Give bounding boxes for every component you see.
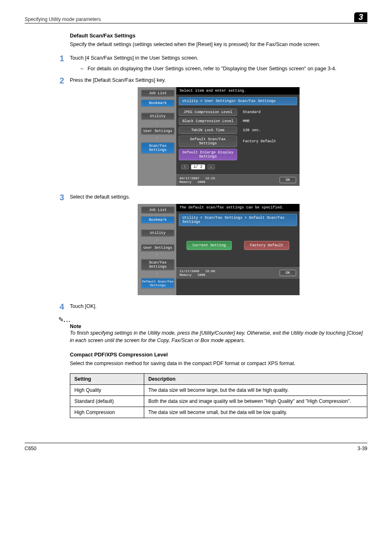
twain-lock-button[interactable]: TWAIN Lock Time [179,127,237,134]
tab-user-settings[interactable]: User Settings [141,244,175,252]
table-cell: Both the data size and image quality wil… [144,395,367,407]
tab-scan-fax[interactable]: Scan/Fax Settings [141,259,175,271]
table-cell: High Compression [70,407,144,418]
tab-utility[interactable]: Utility [141,229,175,237]
chapter-badge: 3 [354,12,367,22]
chevron-down-icon: ↓ [138,121,176,125]
default-enlarge-button[interactable]: Default Enlarge Display Settings [179,149,237,160]
note-block: ✎ Note To finish specifying settings in … [58,316,367,344]
table-cell: Standard (default) [70,395,144,407]
status-timestamp: 11/17/2006 16:00 Memory 100% [180,269,215,277]
tab-bookmark[interactable]: Bookmark [141,99,175,107]
ok-button[interactable]: OK [279,270,296,276]
note-text: To finish specifying settings in the Uti… [70,329,367,344]
settings-panel-2: Job List Bookmark Utility ↓ User Setting… [138,204,300,295]
status-timestamp: 04/17/2007 18:25 Memory 100% [180,176,215,184]
panel-instruction: Select item and enter setting. [176,87,300,95]
chevron-down-icon: ↓ [138,252,176,257]
step-number: 1 [53,54,64,62]
black-compression-button[interactable]: Black Compression Level [179,118,237,125]
step-number: 2 [53,76,64,85]
section-title: Compact PDF/XPS Compression Level [70,352,367,358]
table-cell: High Quality [70,384,144,395]
section-intro: Select the compression method for saving… [70,360,367,368]
breadcrumb: Utility > User Settings> Scan/Fax Settin… [179,97,297,105]
note-icon: ✎ [58,316,71,323]
tab-job-list[interactable]: Job List [141,206,175,214]
page-indicator: 1/ 2 [191,164,205,169]
chevron-down-icon: ↓ [138,136,176,140]
settings-panel-1: Job List Bookmark Utility ↓ User Setting… [138,87,300,186]
footer-model: C650 [25,446,37,451]
black-compression-value: MMR [240,118,253,125]
breadcrumb: Utility > Scan/Fax Settings > Default Sc… [179,214,297,226]
tab-utility[interactable]: Utility [141,113,175,120]
section-title: Default Scan/Fax Settings [70,32,367,39]
step-text: Touch [4 Scan/Fax Settings] in the User … [70,54,198,62]
tab-user-settings[interactable]: User Settings [141,127,175,135]
footer-page: 3-39 [357,446,367,451]
tab-default-scanfax[interactable]: Default Scan/Fax Settings [141,278,175,289]
panel-instruction: The default scan/fax settings can be spe… [176,204,300,211]
step-text: Touch [OK]. [70,303,97,310]
table-header-description: Description [144,373,367,384]
header-title: Specifying Utility mode parameters [25,16,101,22]
page-footer: C650 3-39 [25,443,367,451]
step-number: 4 [53,303,64,311]
compression-table: Setting Description High Quality The dat… [70,373,367,418]
tab-scan-fax[interactable]: Scan/Fax Settings [141,142,175,154]
tab-job-list[interactable]: Job List [141,90,175,97]
jpeg-compression-button[interactable]: JPEG Compression Level [179,109,237,116]
chevron-down-icon: ↓ [138,271,176,275]
table-cell: The data size will become large, but the… [144,384,367,395]
jpeg-compression-value: Standard [240,109,264,116]
twain-lock-value: 120sec. [240,127,264,134]
factory-default-button[interactable]: Factory Default [244,241,289,250]
current-setting-button[interactable]: Current Setting [187,241,232,250]
step-number: 3 [53,193,64,201]
step-text: Select the default settings. [70,193,130,201]
default-scanfax-value: Factory Default [240,136,279,147]
tab-bookmark[interactable]: Bookmark [141,216,175,224]
ok-button[interactable]: OK [279,177,296,183]
step-subtext: For details on displaying the User Setti… [88,65,337,72]
table-header-setting: Setting [70,373,144,384]
page-down-button[interactable]: ↓ [208,164,215,169]
page-up-button[interactable]: ↑ [181,164,189,169]
note-label: Note [70,324,367,329]
default-scanfax-button[interactable]: Default Scan/Fax Settings [179,136,237,147]
chevron-down-icon: ↓ [138,238,176,242]
bullet-dash: – [81,65,83,72]
page-header: Specifying Utility mode parameters 3 [25,12,367,23]
section-intro: Specify the default settings (settings s… [70,41,367,49]
step-text: Press the [Default Scan/Fax Settings] ke… [70,76,166,84]
table-cell: The data size will become small, but the… [144,407,367,418]
